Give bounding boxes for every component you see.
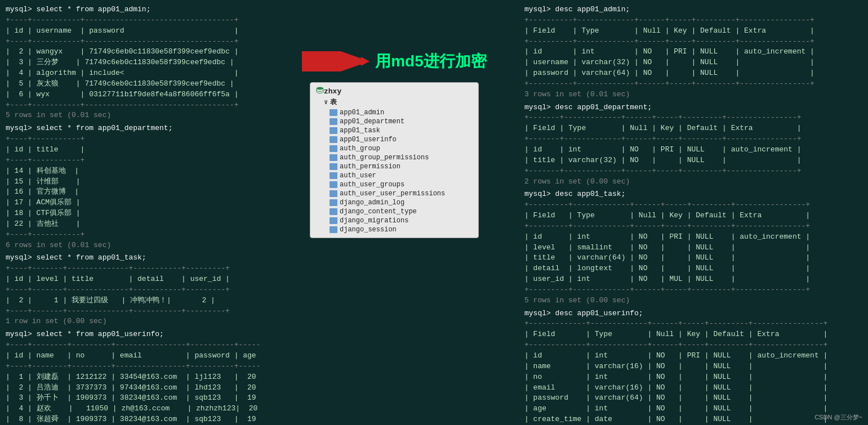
- table-row: | 2 | 吕浩迪 | 3737373 | 97434@163.com | lh…: [6, 383, 253, 393]
- tree-table-item[interactable]: auth_user_groups: [330, 180, 473, 189]
- table-icon: [330, 208, 337, 215]
- table-icon: [330, 145, 337, 152]
- table-row: | 14 | 科创基地 |: [6, 166, 253, 177]
- table-header-label: 表: [330, 97, 337, 107]
- table-row: | 17 | ACM俱乐部 |: [6, 198, 253, 208]
- task-count: 1 row in set (0.00 sec): [6, 316, 253, 327]
- desc-task-count: 5 rows in set (0.00 sec): [524, 296, 862, 306]
- tree-table-item[interactable]: auth_group_permissions: [330, 153, 473, 162]
- admin-section: mysql> select * from app01_admin; +----+…: [6, 5, 253, 121]
- task-border2: +----+-------+--------------+-----------…: [6, 285, 253, 296]
- tree-table-label: auth_user_groups: [340, 181, 404, 189]
- desc-task-header: | Field | Type | Null | Key | Default | …: [524, 211, 862, 221]
- desc-dept-header: | Field | Type | Null | Key | Default | …: [524, 123, 862, 134]
- tree-table-item[interactable]: auth_user: [330, 171, 473, 180]
- tree-table-label: auth_user_user_permissions: [340, 190, 445, 198]
- desc-task-rows: | id | int | NO | PRI | NULL | auto_incr…: [524, 232, 862, 285]
- table-icon: [330, 136, 337, 143]
- admin-query: mysql> select * from app01_admin;: [6, 5, 253, 15]
- admin-border2: +----+-----------+----------------------…: [6, 37, 253, 47]
- desc-dept-count: 2 rows in set (0.00 sec): [524, 177, 862, 187]
- desc-userinfo-rows: | id | int | NO | PRI | NULL | auto_incr…: [524, 351, 862, 425]
- right-terminal: mysql> desc app01_admin; +----------+---…: [519, 0, 868, 425]
- desc-row: | email | varchar(16) | NO | | NULL | |: [524, 383, 862, 393]
- svg-marker-3: [361, 57, 370, 66]
- table-row: | 2 | wangyx | 71749c6eb0c11830e58f399ce…: [6, 47, 253, 57]
- db-tree[interactable]: zhxy ∨ 表 app01_adminapp01_departmentapp0…: [310, 82, 479, 238]
- tree-table-item[interactable]: app01_userinfo: [330, 135, 473, 144]
- desc-admin-count: 3 rows in set (0.01 sec): [524, 90, 862, 100]
- table-icon: [330, 217, 337, 224]
- dept-header: | id | title |: [6, 145, 253, 155]
- tree-table-item[interactable]: auth_group: [330, 144, 473, 153]
- desc-userinfo-header: | Field | Type | Null | Key | Default | …: [524, 329, 862, 340]
- tree-table-label: auth_group: [340, 145, 380, 153]
- desc-row: | detail | longtext | NO | | NULL | |: [524, 263, 862, 274]
- desc-userinfo-section: mysql> desc app01_userinfo; +-----------…: [524, 308, 862, 425]
- desc-admin-query: mysql> desc app01_admin;: [524, 5, 862, 15]
- md5-label: 用md5进行加密: [375, 51, 487, 72]
- desc-row: | password | varchar(64) | NO | | NULL |…: [524, 393, 862, 404]
- admin-border3: +----+-----------+----------------------…: [6, 100, 253, 111]
- table-icon: [330, 226, 337, 233]
- userinfo-query: mysql> select * from app01_userinfo;: [6, 329, 253, 340]
- table-row: | 15 | 计维部 |: [6, 177, 253, 187]
- desc-admin-mid-border: +----------+-------------+------+-----+-…: [524, 37, 862, 47]
- table-row: | 3 | 孙千卜 | 1909373 | 38234@163.com | sq…: [6, 393, 253, 404]
- userinfo-border1: +----+--------+---------+---------------…: [6, 340, 253, 351]
- tree-table-label: app01_admin: [340, 109, 384, 117]
- tree-table-label: app01_userinfo: [340, 136, 397, 144]
- desc-dept-query: mysql> desc app01_department;: [524, 102, 862, 113]
- tree-table-item[interactable]: auth_user_user_permissions: [330, 189, 473, 198]
- table-row: | 4 | 赵欢 | 11050 | zh@163.ccom | zhzhzh1…: [6, 404, 253, 414]
- tree-table-item[interactable]: app01_department: [330, 117, 473, 126]
- tree-table-item[interactable]: django_migrations: [330, 216, 473, 225]
- tree-table-header[interactable]: ∨ 表: [324, 97, 473, 107]
- desc-row: | id | int | NO | PRI | NULL | auto_incr…: [524, 145, 862, 155]
- desc-task-query: mysql> desc app01_task;: [524, 189, 862, 200]
- table-row: | 3 | 三分梦 | 71749c6eb0c11830e58f399ceef9…: [6, 57, 253, 68]
- desc-dept-section: mysql> desc app01_department; +-------+-…: [524, 102, 862, 187]
- desc-row: | level | smallint | NO | | NULL | |: [524, 243, 862, 253]
- userinfo-border2: +----+--------+---------+---------------…: [6, 361, 253, 372]
- dept-border3: +----+-----------+: [6, 230, 253, 240]
- table-icon: [330, 118, 337, 125]
- table-icon: [330, 154, 337, 161]
- svg-point-4: [317, 87, 323, 90]
- tree-root-label: zhxy: [324, 87, 341, 96]
- tree-table-item[interactable]: app01_task: [330, 126, 473, 135]
- desc-row: | title | varchar(64) | NO | | NULL | |: [524, 253, 862, 263]
- table-row: | 18 | CTF俱乐部 |: [6, 208, 253, 219]
- admin-header: | id | username | password |: [6, 26, 253, 37]
- desc-admin-section: mysql> desc app01_admin; +----------+---…: [524, 5, 862, 100]
- tree-table-item[interactable]: django_admin_log: [330, 198, 473, 207]
- admin-count: 5 rows in set (0.01 sec): [6, 110, 253, 121]
- tree-tables: app01_adminapp01_departmentapp01_taskapp…: [324, 108, 473, 234]
- tree-table-label: auth_permission: [340, 163, 400, 171]
- table-icon: [330, 199, 337, 206]
- desc-admin-top-border: +----------+-------------+------+-----+-…: [524, 15, 862, 26]
- task-border3: +----+-------+--------------+-----------…: [6, 306, 253, 317]
- tree-table-item[interactable]: app01_admin: [330, 108, 473, 117]
- tree-table-item[interactable]: auth_permission: [330, 162, 473, 171]
- table-row: | 22 | 吉他社 |: [6, 219, 253, 230]
- desc-row: | password | varchar(64) | NO | | NULL |…: [524, 68, 862, 79]
- tree-table-item[interactable]: django_session: [330, 225, 473, 234]
- tree-table-item[interactable]: django_content_type: [330, 207, 473, 216]
- desc-admin-rows: | id | int | NO | PRI | NULL | auto_incr…: [524, 47, 862, 79]
- tree-root-item[interactable]: zhxy: [316, 86, 473, 96]
- task-border1: +----+-------+--------------+-----------…: [6, 263, 253, 274]
- table-row: | 4 | algorithm | include< |: [6, 68, 253, 79]
- dept-border1: +----+-----------+: [6, 134, 253, 145]
- tree-table-label: django_admin_log: [340, 199, 404, 207]
- desc-row: | name | varchar(16) | NO | | NULL | |: [524, 361, 862, 372]
- watermark: CSDN @三分梦~: [814, 413, 862, 422]
- table-icon: [330, 109, 337, 116]
- desc-row: | user_id | int | NO | MUL | NULL | |: [524, 274, 862, 285]
- table-row: | 8 | 张超舜 | 1909373 | 38234@163.com | sq…: [6, 414, 253, 425]
- tree-table-label: django_content_type: [340, 208, 417, 216]
- desc-row: | username | varchar(32) | NO | | NULL |…: [524, 57, 862, 68]
- table-icon: [330, 190, 337, 197]
- dept-section: mysql> select * from app01_department; +…: [6, 123, 253, 250]
- desc-row: | no | int | NO | | NULL | |: [524, 372, 862, 383]
